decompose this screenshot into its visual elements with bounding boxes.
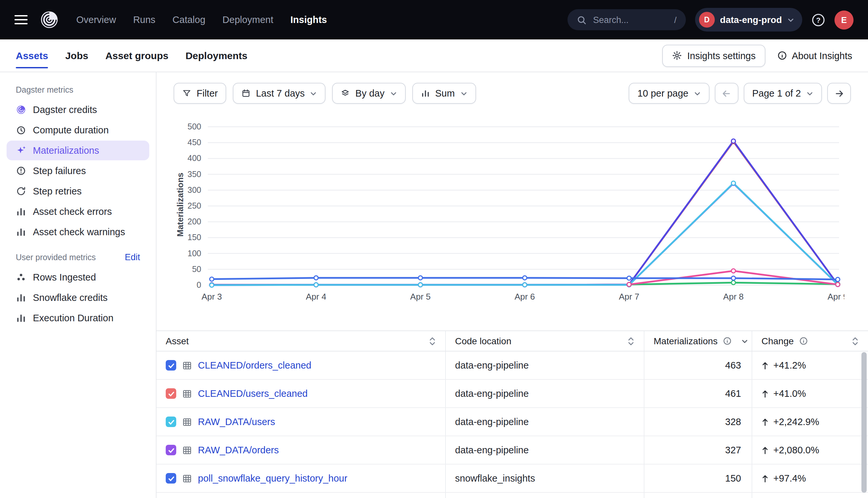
about-insights-link[interactable]: About Insights	[777, 50, 852, 61]
prev-page-button[interactable]	[715, 83, 739, 104]
asset-link[interactable]: RAW_DATA/users	[198, 417, 275, 427]
change-cell: +97.4%	[752, 464, 868, 492]
tab-assets[interactable]: Assets	[16, 39, 48, 71]
hamburger-menu-icon[interactable]	[14, 15, 28, 24]
nav-insights[interactable]: Insights	[290, 14, 327, 25]
code-location-cell: data-eng-pipeline	[446, 436, 644, 464]
sidebar-item-compute-duration[interactable]: Compute duration	[7, 120, 149, 140]
arrow-up-icon	[762, 389, 769, 398]
row-checkbox[interactable]	[166, 360, 176, 370]
svg-text:?: ?	[816, 16, 820, 24]
table-row	[156, 493, 868, 498]
funnel-icon	[182, 89, 191, 98]
row-checkbox[interactable]	[166, 445, 176, 455]
chevron-down-icon	[310, 90, 317, 97]
arrow-right-icon	[834, 88, 844, 98]
sidebar-item-snowflake-credits[interactable]: Snowflake credits	[7, 288, 149, 307]
per-page-dropdown[interactable]: 10 per page	[629, 83, 710, 104]
sidebar-item-asset-check-errors[interactable]: Asset check errors	[7, 202, 149, 221]
page-selector-dropdown[interactable]: Page 1 of 2	[744, 83, 822, 104]
svg-text:Apr 9: Apr 9	[828, 292, 844, 302]
column-header-materializations: Materializations	[644, 331, 752, 351]
chart-toolbar: Filter Last 7 days By day	[156, 72, 868, 104]
next-page-button[interactable]	[827, 83, 851, 104]
nav-catalog[interactable]: Catalog	[173, 14, 205, 25]
aggregation-dropdown[interactable]: Sum	[412, 83, 476, 104]
top-nav: Overview Runs Catalog Deployment Insight…	[0, 0, 868, 39]
change-cell: +41.0%	[752, 380, 868, 407]
sidebar-item-step-failures[interactable]: Step failures	[7, 161, 149, 181]
tab-asset-groups[interactable]: Asset groups	[105, 39, 168, 71]
tabs-bar-right: Insights settings About Insights	[662, 44, 852, 67]
org-name: data-eng-prod	[720, 14, 782, 25]
insights-tabs-bar: Assets Jobs Asset groups Deployments Ins…	[0, 39, 868, 72]
arrow-left-icon	[722, 88, 731, 98]
info-icon[interactable]	[723, 336, 732, 345]
tab-jobs[interactable]: Jobs	[65, 39, 88, 71]
nav-deployment[interactable]: Deployment	[222, 14, 273, 25]
svg-text:Apr 3: Apr 3	[202, 292, 222, 302]
arrow-up-icon	[762, 361, 769, 369]
user-avatar[interactable]: E	[834, 10, 854, 29]
svg-text:Apr 5: Apr 5	[410, 292, 431, 302]
row-checkbox[interactable]	[166, 473, 176, 484]
nav-overview[interactable]: Overview	[76, 14, 116, 25]
asset-link[interactable]: poll_snowflake_query_history_hour	[198, 473, 347, 484]
materializations-cell: 461	[644, 380, 752, 407]
layers-icon	[341, 89, 350, 98]
assets-table: Asset Code location Materializations	[156, 330, 868, 498]
materializations-cell: 327	[644, 436, 752, 464]
table-grid-icon	[182, 473, 192, 483]
sidebar-item-step-retries[interactable]: Step retries	[7, 181, 149, 201]
y-axis-label: Materializations	[175, 169, 185, 241]
svg-text:100: 100	[188, 249, 201, 258]
sort-icon[interactable]	[627, 336, 635, 346]
svg-text:450: 450	[188, 137, 201, 147]
table-grid-icon	[182, 445, 192, 455]
chevron-down-icon	[390, 90, 397, 97]
sidebar-item-rows-ingested[interactable]: Rows Ingested	[7, 267, 149, 287]
filter-button[interactable]: Filter	[174, 83, 226, 104]
svg-text:500: 500	[188, 122, 201, 131]
sort-icon[interactable]	[429, 336, 436, 346]
asset-link[interactable]: CLEANED/orders_cleaned	[198, 360, 311, 370]
global-search[interactable]: /	[567, 9, 686, 30]
svg-text:Apr 6: Apr 6	[514, 292, 535, 302]
svg-text:50: 50	[192, 264, 201, 274]
change-cell: +41.2%	[752, 352, 868, 379]
row-checkbox[interactable]	[166, 388, 176, 399]
insights-settings-button[interactable]: Insights settings	[662, 44, 765, 67]
sidebar-item-materializations[interactable]: Materializations	[7, 141, 149, 160]
granularity-dropdown[interactable]: By day	[332, 83, 406, 104]
tab-deployments[interactable]: Deployments	[186, 39, 247, 71]
asset-link[interactable]: CLEANED/users_cleaned	[198, 388, 308, 399]
column-header-code-location: Code location	[446, 331, 644, 351]
sidebar-item-dagster-credits[interactable]: Dagster credits	[7, 100, 149, 120]
asset-link[interactable]: RAW_DATA/orders	[198, 445, 279, 455]
materializations-cell: 150	[644, 464, 752, 492]
dagster-metrics-title: Dagster metrics	[0, 86, 156, 95]
sidebar-item-asset-check-warnings[interactable]: Asset check warnings	[7, 222, 149, 242]
bar-chart-icon	[16, 227, 26, 237]
date-range-dropdown[interactable]: Last 7 days	[233, 83, 326, 104]
bar-chart-icon	[16, 313, 26, 323]
edit-metrics-link[interactable]: Edit	[125, 252, 140, 262]
sort-desc-icon[interactable]	[741, 337, 749, 344]
table-row: CLEANED/orders_cleaned data-eng-pipeline…	[156, 352, 868, 380]
info-icon[interactable]	[799, 336, 808, 345]
org-switcher[interactable]: D data-eng-prod	[695, 8, 802, 31]
row-checkbox[interactable]	[166, 417, 176, 427]
svg-text:350: 350	[188, 170, 201, 179]
svg-text:Apr 4: Apr 4	[306, 292, 326, 302]
help-icon[interactable]: ?	[812, 13, 825, 27]
metrics-sidebar: Dagster metrics Dagster credits Compute …	[0, 72, 156, 498]
dagster-logo-icon	[39, 10, 59, 29]
sidebar-item-execution-duration[interactable]: Execution Duration	[7, 308, 149, 328]
table-scrollbar[interactable]	[861, 352, 867, 493]
code-location-cell: data-eng-pipeline	[446, 408, 644, 436]
nav-runs[interactable]: Runs	[133, 14, 155, 25]
sort-icon[interactable]	[852, 336, 859, 346]
svg-text:400: 400	[188, 154, 201, 162]
bar-chart-icon	[421, 89, 430, 98]
search-input[interactable]	[592, 14, 660, 25]
